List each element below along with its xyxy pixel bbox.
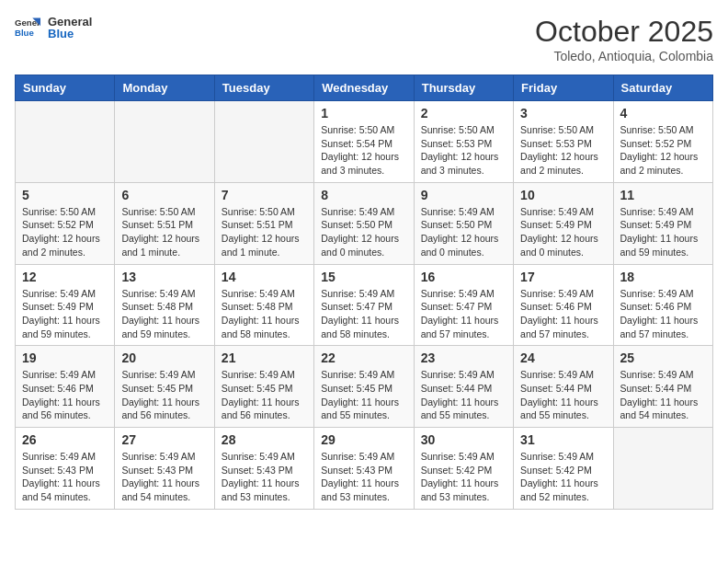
calendar-cell (613, 428, 712, 510)
day-number: 18 (620, 270, 706, 284)
day-number: 6 (121, 188, 207, 202)
day-info: Sunrise: 5:49 AM Sunset: 5:43 PM Dayligh… (121, 450, 207, 504)
day-info: Sunrise: 5:49 AM Sunset: 5:46 PM Dayligh… (22, 368, 108, 422)
day-number: 12 (22, 270, 108, 284)
day-number: 27 (121, 432, 207, 447)
calendar-cell: 19Sunrise: 5:49 AM Sunset: 5:46 PM Dayli… (16, 346, 115, 428)
day-number: 29 (321, 432, 406, 447)
day-number: 2 (421, 106, 506, 121)
day-header-friday: Friday (514, 75, 613, 101)
day-number: 9 (421, 188, 506, 202)
calendar-cell: 25Sunrise: 5:49 AM Sunset: 5:44 PM Dayli… (613, 346, 712, 428)
day-info: Sunrise: 5:49 AM Sunset: 5:44 PM Dayligh… (520, 368, 606, 422)
title-block: October 2025 Toledo, Antioquia, Colombia (535, 15, 713, 63)
calendar-cell: 26Sunrise: 5:49 AM Sunset: 5:43 PM Dayli… (16, 428, 115, 510)
calendar-cell: 5Sunrise: 5:50 AM Sunset: 5:52 PM Daylig… (16, 182, 115, 264)
day-info: Sunrise: 5:49 AM Sunset: 5:44 PM Dayligh… (620, 368, 706, 422)
day-info: Sunrise: 5:49 AM Sunset: 5:50 PM Dayligh… (321, 205, 406, 259)
day-info: Sunrise: 5:49 AM Sunset: 5:43 PM Dayligh… (22, 450, 108, 504)
day-info: Sunrise: 5:50 AM Sunset: 5:51 PM Dayligh… (121, 205, 207, 259)
calendar-cell: 8Sunrise: 5:49 AM Sunset: 5:50 PM Daylig… (314, 182, 414, 264)
day-number: 25 (620, 350, 706, 365)
day-info: Sunrise: 5:49 AM Sunset: 5:49 PM Dayligh… (22, 287, 108, 341)
calendar-cell: 2Sunrise: 5:50 AM Sunset: 5:53 PM Daylig… (414, 101, 513, 183)
calendar-cell: 23Sunrise: 5:49 AM Sunset: 5:44 PM Dayli… (414, 346, 513, 428)
calendar-cell: 16Sunrise: 5:49 AM Sunset: 5:47 PM Dayli… (414, 264, 513, 346)
calendar-header-row: SundayMondayTuesdayWednesdayThursdayFrid… (16, 75, 713, 101)
day-number: 22 (321, 350, 406, 365)
day-number: 16 (421, 270, 506, 284)
day-info: Sunrise: 5:49 AM Sunset: 5:48 PM Dayligh… (121, 287, 207, 341)
calendar-week-5: 26Sunrise: 5:49 AM Sunset: 5:43 PM Dayli… (16, 428, 713, 510)
day-info: Sunrise: 5:49 AM Sunset: 5:49 PM Dayligh… (520, 205, 606, 259)
calendar-week-2: 5Sunrise: 5:50 AM Sunset: 5:52 PM Daylig… (16, 182, 713, 264)
calendar-cell: 17Sunrise: 5:49 AM Sunset: 5:46 PM Dayli… (514, 264, 613, 346)
day-number: 4 (620, 106, 706, 121)
day-number: 28 (222, 432, 307, 447)
location: Toledo, Antioquia, Colombia (535, 49, 713, 63)
day-number: 8 (321, 188, 406, 202)
day-number: 21 (222, 350, 307, 365)
calendar-cell: 21Sunrise: 5:49 AM Sunset: 5:45 PM Dayli… (214, 346, 313, 428)
day-info: Sunrise: 5:49 AM Sunset: 5:50 PM Dayligh… (421, 205, 506, 259)
day-info: Sunrise: 5:49 AM Sunset: 5:48 PM Dayligh… (222, 287, 307, 341)
calendar-cell: 11Sunrise: 5:49 AM Sunset: 5:49 PM Dayli… (613, 182, 712, 264)
day-number: 20 (121, 350, 207, 365)
day-info: Sunrise: 5:50 AM Sunset: 5:53 PM Dayligh… (421, 123, 506, 178)
day-number: 24 (520, 350, 606, 365)
day-info: Sunrise: 5:49 AM Sunset: 5:45 PM Dayligh… (222, 368, 307, 422)
calendar: SundayMondayTuesdayWednesdayThursdayFrid… (15, 75, 713, 510)
day-number: 11 (620, 188, 706, 202)
day-info: Sunrise: 5:50 AM Sunset: 5:53 PM Dayligh… (520, 123, 606, 178)
day-info: Sunrise: 5:49 AM Sunset: 5:42 PM Dayligh… (520, 450, 606, 504)
day-info: Sunrise: 5:49 AM Sunset: 5:49 PM Dayligh… (620, 205, 706, 259)
day-number: 13 (121, 270, 207, 284)
day-header-sunday: Sunday (16, 75, 115, 101)
day-number: 23 (421, 350, 506, 365)
calendar-cell: 15Sunrise: 5:49 AM Sunset: 5:47 PM Dayli… (314, 264, 414, 346)
svg-text:Blue: Blue (15, 28, 34, 38)
calendar-cell: 14Sunrise: 5:49 AM Sunset: 5:48 PM Dayli… (214, 264, 313, 346)
logo-line2: Blue (48, 27, 92, 40)
calendar-week-1: 1Sunrise: 5:50 AM Sunset: 5:54 PM Daylig… (16, 101, 713, 183)
page-header: General Blue General Blue October 2025 T… (15, 15, 713, 63)
calendar-cell: 12Sunrise: 5:49 AM Sunset: 5:49 PM Dayli… (16, 264, 115, 346)
day-number: 1 (321, 106, 406, 121)
day-number: 10 (520, 188, 606, 202)
day-header-monday: Monday (115, 75, 214, 101)
day-number: 17 (520, 270, 606, 284)
day-number: 3 (520, 106, 606, 121)
calendar-cell: 20Sunrise: 5:49 AM Sunset: 5:45 PM Dayli… (115, 346, 214, 428)
calendar-cell: 4Sunrise: 5:50 AM Sunset: 5:52 PM Daylig… (613, 101, 712, 183)
day-info: Sunrise: 5:49 AM Sunset: 5:43 PM Dayligh… (321, 450, 406, 504)
calendar-cell (115, 101, 214, 183)
calendar-cell: 24Sunrise: 5:49 AM Sunset: 5:44 PM Dayli… (514, 346, 613, 428)
calendar-cell: 10Sunrise: 5:49 AM Sunset: 5:49 PM Dayli… (514, 182, 613, 264)
calendar-cell: 7Sunrise: 5:50 AM Sunset: 5:51 PM Daylig… (214, 182, 313, 264)
day-info: Sunrise: 5:50 AM Sunset: 5:54 PM Dayligh… (321, 123, 406, 178)
calendar-cell: 27Sunrise: 5:49 AM Sunset: 5:43 PM Dayli… (115, 428, 214, 510)
day-info: Sunrise: 5:49 AM Sunset: 5:47 PM Dayligh… (321, 287, 406, 341)
day-number: 30 (421, 432, 506, 447)
day-header-tuesday: Tuesday (214, 75, 313, 101)
day-info: Sunrise: 5:49 AM Sunset: 5:45 PM Dayligh… (321, 368, 406, 422)
day-header-saturday: Saturday (613, 75, 712, 101)
month-title: October 2025 (535, 15, 713, 49)
calendar-cell: 28Sunrise: 5:49 AM Sunset: 5:43 PM Dayli… (214, 428, 313, 510)
calendar-cell: 9Sunrise: 5:49 AM Sunset: 5:50 PM Daylig… (414, 182, 513, 264)
day-info: Sunrise: 5:50 AM Sunset: 5:51 PM Dayligh… (222, 205, 307, 259)
day-number: 19 (22, 350, 108, 365)
calendar-cell: 3Sunrise: 5:50 AM Sunset: 5:53 PM Daylig… (514, 101, 613, 183)
logo: General Blue General Blue (15, 15, 92, 40)
day-number: 31 (520, 432, 606, 447)
calendar-cell: 22Sunrise: 5:49 AM Sunset: 5:45 PM Dayli… (314, 346, 414, 428)
calendar-cell: 1Sunrise: 5:50 AM Sunset: 5:54 PM Daylig… (314, 101, 414, 183)
day-info: Sunrise: 5:49 AM Sunset: 5:46 PM Dayligh… (620, 287, 706, 341)
day-number: 7 (222, 188, 307, 202)
day-info: Sunrise: 5:49 AM Sunset: 5:43 PM Dayligh… (222, 450, 307, 504)
day-info: Sunrise: 5:49 AM Sunset: 5:44 PM Dayligh… (421, 368, 506, 422)
day-number: 15 (321, 270, 406, 284)
day-header-thursday: Thursday (414, 75, 513, 101)
day-info: Sunrise: 5:49 AM Sunset: 5:45 PM Dayligh… (121, 368, 207, 422)
day-number: 14 (222, 270, 307, 284)
